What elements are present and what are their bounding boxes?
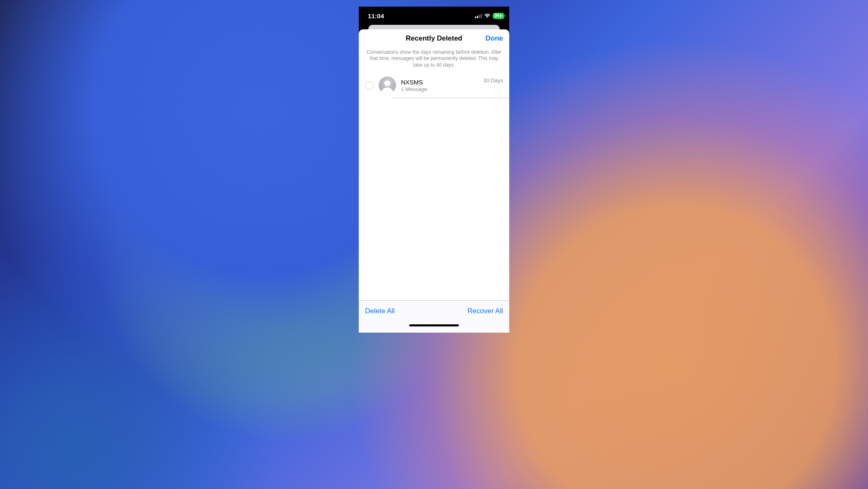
status-right: 34 [475,13,504,19]
phone-frame: 11:04 34 [359,7,509,333]
status-bar: 11:04 34 [359,7,509,25]
recover-all-button[interactable]: Recover All [467,307,503,315]
cellular-signal-icon [475,14,482,18]
toolbar: Delete All Recover All [359,300,509,321]
wifi-icon [484,14,491,18]
svg-point-0 [384,80,391,86]
select-radio[interactable] [365,81,374,90]
avatar [379,77,396,94]
delete-all-button[interactable]: Delete All [365,307,395,315]
battery-percent: 34 [494,14,499,18]
conversation-name: NXSMS [401,79,478,86]
conversation-row[interactable]: NXSMS 1 Message 30 Days [359,73,509,98]
done-button[interactable]: Done [486,34,503,43]
days-remaining: 30 Days [483,77,503,84]
description-text: Conversations show the days remaining be… [359,48,509,73]
recently-deleted-sheet: Recently Deleted Done Conversations show… [359,29,509,333]
home-indicator[interactable] [409,324,459,326]
conversation-subtitle: 1 Message [401,86,478,92]
page-title: Recently Deleted [406,34,463,43]
spacer [359,98,509,300]
battery-indicator: 34 [493,13,504,19]
sheet-area: Recently Deleted Done Conversations show… [359,25,509,333]
conversation-main: NXSMS 1 Message [401,79,478,92]
navbar: Recently Deleted Done [359,29,509,48]
status-time: 11:04 [368,12,384,19]
charging-bolt-icon [499,12,502,19]
home-indicator-area [359,321,509,333]
